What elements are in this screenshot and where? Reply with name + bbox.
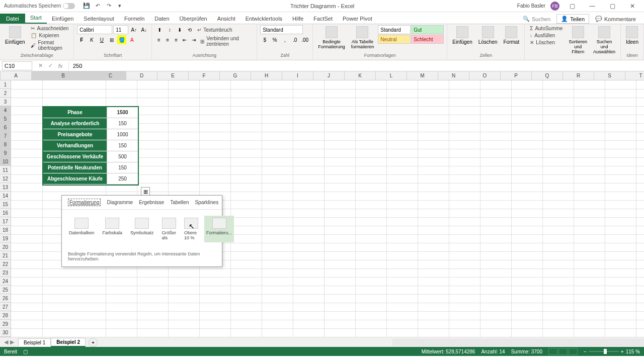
merge-button[interactable]: ⊞Verbinden und zentrieren <box>198 35 254 47</box>
col-header-T[interactable]: T <box>625 71 644 80</box>
row-header-7[interactable]: 7 <box>0 132 11 140</box>
row-header-28[interactable]: 28 <box>0 311 11 320</box>
qa-tab-0[interactable]: Formatierung <box>68 199 101 206</box>
font-color-button[interactable]: A <box>127 35 136 44</box>
row-header-12[interactable]: 12 <box>0 174 11 183</box>
view-normal-icon[interactable] <box>548 348 557 355</box>
minimize-icon[interactable]: — <box>585 1 600 11</box>
fill-color-button[interactable]: 🪣 <box>117 35 126 44</box>
comma-icon[interactable]: , <box>280 35 289 44</box>
row-header-15[interactable]: 15 <box>0 200 11 209</box>
table-row[interactable]: Potentielle Neukunden150 <box>43 162 138 173</box>
comments-button[interactable]: 💬 Kommentare <box>591 15 640 23</box>
formula-input[interactable]: 250 <box>68 61 644 70</box>
autosave-toggle[interactable]: Automatisches Speichern <box>0 3 79 9</box>
table-row[interactable]: Verhandlungen150 <box>43 140 138 151</box>
sheet-nav-next-icon[interactable]: ▶ <box>10 339 14 345</box>
row-header-16[interactable]: 16 <box>0 209 11 217</box>
macro-record-icon[interactable]: ▢ <box>23 349 28 354</box>
tab-review[interactable]: Überprüfen <box>175 14 212 24</box>
ideas-button[interactable]: Ideen <box>624 25 640 53</box>
maximize-icon[interactable]: ▢ <box>605 1 620 11</box>
style-standard[interactable]: Standard <box>378 25 411 34</box>
col-header-N[interactable]: N <box>438 71 469 80</box>
orientation-icon[interactable]: ⟲ <box>185 25 194 34</box>
border-button[interactable]: ⊞ <box>107 35 116 44</box>
tab-factset[interactable]: FactSet <box>308 14 338 24</box>
close-icon[interactable]: ✕ <box>625 1 640 11</box>
increase-decimal-icon[interactable]: .0 <box>290 35 299 44</box>
row-header-9[interactable]: 9 <box>0 149 11 157</box>
col-header-J[interactable]: J <box>313 71 345 80</box>
tab-data[interactable]: Daten <box>149 14 174 24</box>
row-header-4[interactable]: 4 <box>0 106 11 115</box>
qa-option-3[interactable]: Größer als <box>160 216 179 242</box>
zoom-level[interactable]: 115 % <box>626 349 640 354</box>
row-header-27[interactable]: 27 <box>0 303 11 311</box>
fill-button[interactable]: ↓Ausfüllen <box>528 32 565 39</box>
italic-button[interactable]: K <box>87 35 96 44</box>
row-header-23[interactable]: 23 <box>0 268 11 277</box>
row-header-18[interactable]: 18 <box>0 226 11 234</box>
col-header-H[interactable]: H <box>251 71 282 80</box>
sheet-tab-2[interactable]: Beispiel 2 <box>51 338 86 347</box>
table-row[interactable]: Geschlossene Verkäufe500 <box>43 151 138 162</box>
row-header-6[interactable]: 6 <box>0 123 11 132</box>
tab-insert[interactable]: Einfügen <box>47 14 78 24</box>
table-row[interactable]: Phase1500 <box>43 107 138 118</box>
row-header-26[interactable]: 26 <box>0 294 11 303</box>
row-header-19[interactable]: 19 <box>0 234 11 243</box>
tab-layout[interactable]: Seitenlayout <box>78 14 119 24</box>
col-header-B[interactable]: B <box>32 71 95 80</box>
format-painter-button[interactable]: 🖌Format übertragen <box>29 39 70 51</box>
underline-button[interactable]: U <box>97 35 106 44</box>
qa-tab-2[interactable]: Ergebnisse <box>139 199 164 206</box>
qa-option-2[interactable]: Symbolsatz <box>128 216 156 242</box>
tab-powerpivot[interactable]: Power Pivot <box>338 14 377 24</box>
style-neutral[interactable]: Neutral <box>378 35 411 44</box>
qa-tab-4[interactable]: Sparklines <box>195 199 218 206</box>
row-header-13[interactable]: 13 <box>0 183 11 192</box>
tab-file[interactable]: Datei <box>0 14 25 24</box>
sheet-scrollbar[interactable] <box>392 339 644 346</box>
find-select-button[interactable]: Suchen und Auswählen <box>591 25 617 58</box>
row-header-30[interactable]: 30 <box>0 328 11 337</box>
format-cells-button[interactable]: Format <box>502 25 522 53</box>
qa-option-1[interactable]: Farbskala <box>101 216 125 242</box>
row-header-29[interactable]: 29 <box>0 320 11 328</box>
col-header-A[interactable]: A <box>1 71 32 80</box>
table-row[interactable]: Analyse erforderlich150 <box>43 118 138 129</box>
insert-cells-button[interactable]: Einfügen <box>450 25 474 53</box>
col-header-K[interactable]: K <box>345 71 376 80</box>
style-schlecht[interactable]: Schlecht <box>411 35 444 44</box>
row-header-21[interactable]: 21 <box>0 251 11 260</box>
row-header-22[interactable]: 22 <box>0 260 11 268</box>
zoom-slider[interactable] <box>589 351 619 352</box>
col-header-F[interactable]: F <box>189 71 220 80</box>
align-left-icon[interactable]: ≡ <box>155 35 163 44</box>
font-name-select[interactable]: Calibri <box>77 25 112 34</box>
tab-start[interactable]: Start <box>25 13 47 24</box>
zoom-in-icon[interactable]: + <box>621 349 624 354</box>
indent-left-icon[interactable]: ⇤ <box>181 35 189 44</box>
tab-formulas[interactable]: Formeln <box>119 14 149 24</box>
spreadsheet-grid[interactable]: ABCDEFGHIJKLMNOPQRST 1234567891011121314… <box>0 71 644 337</box>
decrease-font-icon[interactable]: A↓ <box>139 25 148 34</box>
col-header-E[interactable]: E <box>157 71 189 80</box>
col-header-G[interactable]: G <box>220 71 251 80</box>
row-header-1[interactable]: 1 <box>0 80 11 89</box>
table-row[interactable]: Preisangebote1000 <box>43 129 138 140</box>
search-box[interactable]: 🔍 Suchen <box>519 15 554 23</box>
zoom-out-icon[interactable]: − <box>584 349 587 354</box>
redo-icon[interactable]: ↷ <box>105 3 112 10</box>
share-button[interactable]: 👤 Teilen <box>556 14 589 24</box>
autosum-button[interactable]: ΣAutoSumme <box>528 25 565 32</box>
accept-formula-icon[interactable]: ✓ <box>46 62 54 70</box>
customize-qat-icon[interactable]: ▾ <box>116 3 123 10</box>
table-row[interactable]: Abgeschlossene Käufe250 <box>43 173 138 185</box>
align-middle-icon[interactable]: ↕ <box>165 25 174 34</box>
align-bottom-icon[interactable]: ⬇ <box>175 25 184 34</box>
tab-view[interactable]: Ansicht <box>212 14 240 24</box>
row-header-10[interactable]: 10 <box>0 157 11 166</box>
style-gut[interactable]: Gut <box>411 25 444 34</box>
